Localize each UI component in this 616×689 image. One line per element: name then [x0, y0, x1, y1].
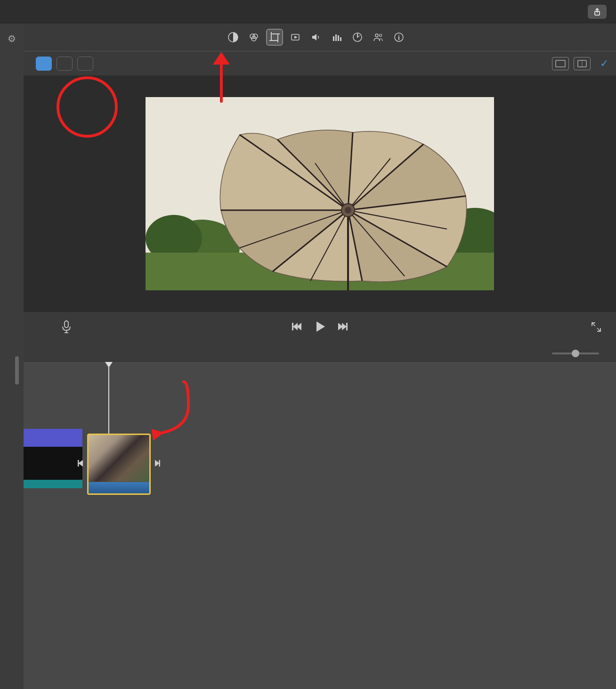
toolbar-center: [33, 29, 599, 46]
crop-to-fill-button[interactable]: [57, 57, 73, 71]
video-frame: [146, 97, 494, 290]
clip-nav-right-button[interactable]: [152, 459, 162, 470]
timeline-content: [0, 363, 616, 689]
video-preview: [24, 75, 616, 312]
fit-button[interactable]: [36, 57, 52, 71]
volume-button[interactable]: [308, 29, 324, 46]
svg-point-22: [398, 35, 399, 36]
settings-icon[interactable]: ⚙: [8, 33, 16, 44]
svg-point-49: [345, 207, 351, 213]
top-bar: [0, 0, 616, 24]
controls-bar: [24, 312, 616, 344]
svg-rect-55: [292, 323, 293, 330]
left-sidebar: ⚙: [0, 24, 24, 689]
umbrella-scene: [146, 97, 494, 290]
crop-button[interactable]: [266, 29, 283, 46]
share-button[interactable]: [588, 5, 607, 19]
color-correction-button[interactable]: [245, 29, 262, 46]
svg-line-61: [597, 328, 600, 331]
stabilization-button[interactable]: [287, 29, 304, 46]
svg-marker-68: [152, 429, 164, 441]
svg-rect-13: [333, 36, 334, 41]
svg-point-19: [380, 34, 382, 37]
info-button[interactable]: [390, 29, 407, 46]
playhead-triangle: [105, 362, 113, 368]
timeline-header: [0, 344, 616, 363]
speed-button[interactable]: [349, 29, 366, 46]
svg-rect-15: [338, 35, 339, 41]
slider-thumb: [572, 350, 579, 357]
svg-line-60: [592, 323, 595, 326]
svg-marker-58: [342, 323, 347, 330]
svg-rect-16: [340, 37, 341, 41]
skip-forward-button[interactable]: [336, 320, 349, 336]
clip-audio-strip: [89, 482, 149, 493]
aspect-4-3-button[interactable]: [574, 57, 591, 70]
svg-rect-65: [78, 460, 79, 467]
color-balance-button[interactable]: [225, 29, 242, 46]
timeline-zoom-slider[interactable]: [552, 353, 599, 354]
mic-button[interactable]: [61, 320, 72, 336]
toolbar: [24, 24, 616, 51]
svg-rect-5: [271, 34, 278, 41]
ken-burns-button[interactable]: [77, 57, 93, 71]
clip-container[interactable]: [87, 434, 151, 495]
svg-marker-11: [294, 36, 298, 39]
people-button[interactable]: [370, 29, 387, 46]
clip-thumbnail-image: [89, 435, 149, 482]
svg-rect-59: [346, 323, 348, 330]
svg-point-18: [375, 34, 378, 37]
play-button[interactable]: [313, 320, 327, 336]
skip-back-button[interactable]: [291, 320, 303, 336]
fullscreen-button[interactable]: [591, 321, 602, 335]
timeline-area: [0, 344, 616, 689]
editor-area: ✓: [24, 24, 616, 344]
confirm-checkmark[interactable]: ✓: [600, 57, 608, 70]
svg-marker-12: [312, 34, 316, 41]
equalizer-button[interactable]: [328, 29, 345, 46]
style-bar-right: ✓: [552, 57, 608, 70]
svg-rect-14: [335, 34, 337, 41]
clip-nav-left-button[interactable]: [76, 459, 86, 470]
svg-marker-56: [316, 321, 325, 332]
svg-rect-67: [159, 460, 161, 467]
aspect-16-9-button[interactable]: [552, 57, 569, 70]
style-bar: ✓: [24, 51, 616, 75]
clip-thumbnail: [89, 435, 149, 482]
svg-rect-50: [65, 321, 68, 328]
sidebar-scrollbar[interactable]: [15, 356, 19, 385]
svg-rect-23: [556, 60, 565, 67]
